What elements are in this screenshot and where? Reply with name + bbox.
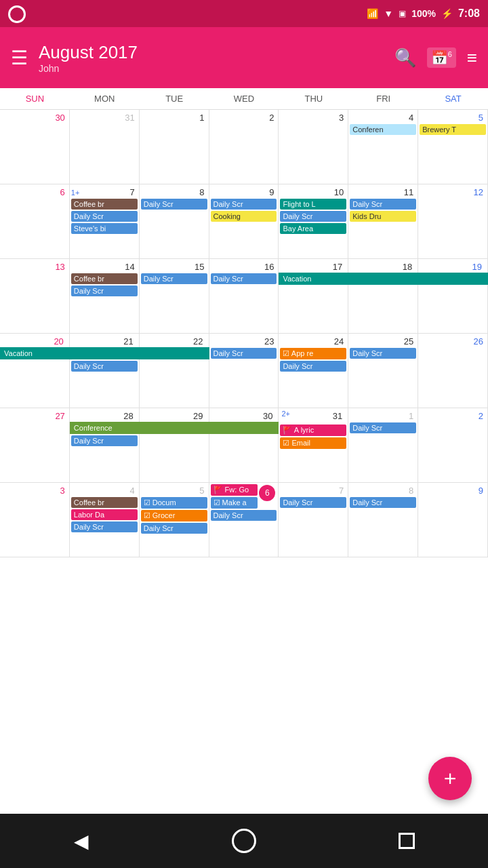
event-steve[interactable]: Steve's bi [71, 223, 138, 234]
day-cell-jul31[interactable]: 31 [70, 110, 140, 184]
day-cell-aug2[interactable]: 2 [209, 110, 279, 184]
day-cell-aug23[interactable]: 23 Daily Scr [209, 334, 279, 408]
event-daily-sep7[interactable]: Daily Scr [280, 497, 346, 508]
event-daily-23[interactable]: Daily Scr [211, 348, 277, 359]
day-cell-aug8[interactable]: 8 Daily Scr [140, 184, 209, 258]
event-daily-7[interactable]: Daily Scr [71, 211, 138, 222]
event-daily-9[interactable]: Daily Scr [211, 199, 277, 210]
filter-button[interactable]: ≡ [467, 47, 477, 68]
event-daily-28[interactable]: Daily Scr [71, 435, 138, 446]
event-daily-16[interactable]: Daily Scr [211, 273, 277, 284]
day-cell-aug20[interactable]: 20 [0, 334, 70, 408]
day-cell-jul30[interactable]: 30 [0, 110, 70, 184]
signal-icon: ▣ [399, 9, 406, 18]
event-daily-14[interactable]: Daily Scr [71, 285, 138, 296]
calendar-badge-button[interactable]: 📅6 [427, 47, 456, 68]
event-coffee-7[interactable]: Coffee br [71, 199, 138, 210]
event-grocer[interactable]: ☑ Grocer [141, 510, 207, 521]
day-cell-aug12[interactable]: 12 [418, 184, 488, 258]
back-icon: ◀ [74, 830, 89, 852]
day-header-tue: TUE [140, 88, 209, 109]
day-cell-aug30[interactable]: 30 [209, 408, 279, 482]
event-coffee-14[interactable]: Coffee br [71, 273, 138, 284]
app-header: ☰ August 2017 John 🔍 📅6 ≡ [0, 27, 488, 88]
vacation-span-bar: Vacation [279, 273, 488, 285]
event-cooking[interactable]: Cooking [211, 211, 277, 222]
event-daily-4[interactable]: Daily Scr [71, 521, 138, 532]
status-bar: 📶 ▼ ▣ 100% ⚡ 7:08 [0, 0, 488, 27]
event-daily-21[interactable]: Daily Scr [71, 361, 138, 372]
search-button[interactable]: 🔍 [394, 47, 416, 68]
day-cell-sep5[interactable]: 5 ☑ Docum ☑ Grocer Daily Scr [140, 483, 209, 557]
event-daily-sep8[interactable]: Daily Scr [350, 497, 416, 508]
event-daily-6[interactable]: Daily Scr [211, 510, 277, 521]
day-cell-sep7[interactable]: 7 Daily Scr [279, 483, 348, 557]
status-icons: 📶 ▼ ▣ 100% ⚡ 7:08 [367, 7, 480, 20]
event-daily-8[interactable]: Daily Scr [141, 199, 207, 210]
day-cell-aug14[interactable]: 14 Coffee br Daily Scr [70, 259, 140, 333]
day-cell-sep3[interactable]: 3 [0, 483, 70, 557]
week-row-3: 13 14 Coffee br Daily Scr 15 Daily Scr 1… [0, 259, 488, 334]
add-event-fab[interactable]: + [428, 757, 472, 800]
bluetooth-icon: 📶 [367, 8, 378, 19]
day-cell-aug25[interactable]: 25 Daily Scr [348, 334, 418, 408]
menu-button[interactable]: ☰ [11, 47, 28, 69]
event-conference[interactable]: Conferen [350, 124, 416, 135]
day-cell-aug19[interactable]: 19 [418, 259, 488, 333]
day-cell-aug13[interactable]: 13 [0, 259, 70, 333]
day-cell-aug26[interactable]: 26 [418, 334, 488, 408]
event-daily-15[interactable]: Daily Scr [141, 273, 207, 284]
week-row-1: 30 31 1 2 3 4 Conferen 5 Brewery T [0, 110, 488, 184]
home-button[interactable] [224, 821, 264, 861]
day-cell-aug3[interactable]: 3 [279, 110, 348, 184]
day-cell-aug17[interactable]: 17 Daily Scr [279, 259, 348, 333]
event-kids[interactable]: Kids Dru [350, 211, 416, 222]
back-button[interactable]: ◀ [61, 821, 102, 861]
day-cell-aug29[interactable]: 29 Daily Scr [140, 408, 209, 482]
day-cell-aug7[interactable]: 1+ 7 Coffee br Daily Scr Steve's bi [70, 184, 140, 258]
day-cell-aug24[interactable]: 24 ☑ App re Daily Scr [279, 334, 348, 408]
event-laborday[interactable]: Labor Da [71, 509, 138, 520]
day-cell-aug18[interactable]: 18 Daily Scr [348, 259, 418, 333]
event-appre[interactable]: ☑ App re [280, 348, 346, 359]
event-daily-sep1[interactable]: Daily Scr [350, 422, 416, 433]
event-coffee-4[interactable]: Coffee br [71, 497, 138, 508]
event-alyric[interactable]: 🚩 A lyric [280, 425, 346, 436]
event-bayarea[interactable]: Bay Area [280, 223, 346, 234]
day-cell-aug5[interactable]: 5 Brewery T [418, 110, 488, 184]
day-cell-aug21[interactable]: 21 Coffee br Daily Scr [70, 334, 140, 408]
day-cell-aug15[interactable]: 15 Daily Scr [140, 259, 209, 333]
day-cell-sep8[interactable]: 8 Daily Scr [348, 483, 418, 557]
day-cell-sep1[interactable]: 1 Daily Scr [348, 408, 418, 482]
day-cell-sep6[interactable]: 6 🚩 Fw: Go ☑ Make a Daily Scr [209, 483, 279, 557]
day-cell-sep4[interactable]: 4 Coffee br Labor Da Daily Scr [70, 483, 140, 557]
event-brewery[interactable]: Brewery T [420, 124, 486, 135]
day-cell-aug6[interactable]: 6 [0, 184, 70, 258]
day-cell-aug27[interactable]: 27 [0, 408, 70, 482]
header-title: August 2017 John [39, 42, 384, 74]
day-cell-sep2[interactable]: 2 [418, 408, 488, 482]
day-cell-aug11[interactable]: 11 Daily Scr Kids Dru [348, 184, 418, 258]
day-cell-aug16[interactable]: 16 Daily Scr [209, 259, 279, 333]
event-fwgo[interactable]: 🚩 Fw: Go [211, 484, 258, 496]
circle-icon [8, 5, 26, 23]
day-cell-aug9[interactable]: 9 Daily Scr Cooking [209, 184, 279, 258]
day-cell-aug4[interactable]: 4 Conferen [348, 110, 418, 184]
event-flight[interactable]: Flight to L [280, 199, 346, 210]
event-docum[interactable]: ☑ Docum [141, 497, 207, 509]
event-daily-11[interactable]: Daily Scr [350, 199, 416, 210]
recents-button[interactable] [386, 821, 427, 861]
event-daily-25[interactable]: Daily Scr [350, 348, 416, 359]
square-icon [399, 833, 415, 849]
event-daily-10[interactable]: Daily Scr [280, 211, 346, 222]
day-cell-aug10[interactable]: 10 Flight to L Daily Scr Bay Area [279, 184, 348, 258]
event-daily-5[interactable]: Daily Scr [141, 523, 207, 534]
day-cell-aug1[interactable]: 1 [140, 110, 209, 184]
event-makea[interactable]: ☑ Make a [211, 497, 258, 509]
day-cell-sep9[interactable]: 9 [418, 483, 488, 557]
day-cell-aug28[interactable]: 28 Coffee br Daily Scr [70, 408, 140, 482]
event-email[interactable]: ☑ Email [280, 437, 346, 449]
day-cell-aug22[interactable]: 22 Daily Scr [140, 334, 209, 408]
event-daily-24[interactable]: Daily Scr [280, 361, 346, 372]
day-cell-aug31[interactable]: 2+ 31 🚩 A lyric ☑ Email [279, 408, 348, 482]
